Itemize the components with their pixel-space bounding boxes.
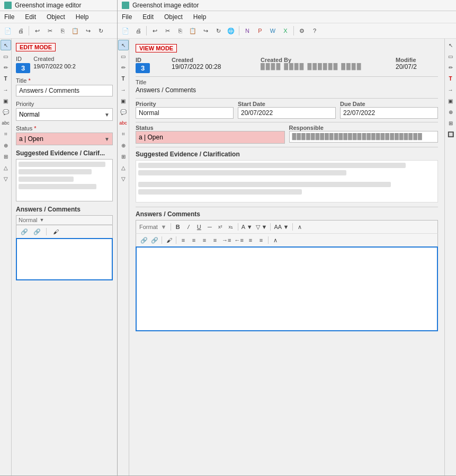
- right-rte-align-center[interactable]: ≡: [189, 235, 199, 245]
- right-tb-copy[interactable]: ⎘: [174, 25, 186, 37]
- left-tool-crop[interactable]: ⌗: [1, 129, 11, 139]
- right-tb-undo[interactable]: ↩: [149, 25, 160, 37]
- right-tb-web[interactable]: 🌐: [225, 25, 237, 37]
- right-rte-fontsize[interactable]: AA ▼: [273, 222, 290, 232]
- left-menu-file[interactable]: File: [2, 12, 16, 22]
- right-tool-text[interactable]: T: [118, 73, 129, 84]
- right-rte-indent-less[interactable]: ←≡: [233, 235, 244, 245]
- right-side-t1[interactable]: ↖: [445, 40, 456, 50]
- right-rte-paint[interactable]: 🖌: [164, 235, 174, 245]
- right-tb-onenote[interactable]: N: [242, 25, 253, 37]
- left-menu-help[interactable]: Help: [74, 12, 91, 22]
- left-paint-btn[interactable]: 🖌: [51, 227, 60, 236]
- right-rte-align-justify[interactable]: ≡: [210, 235, 220, 245]
- right-rte-underline[interactable]: U: [194, 222, 204, 232]
- right-tool-move[interactable]: ⊕: [118, 140, 129, 151]
- left-tool-text[interactable]: T: [1, 73, 11, 84]
- right-rte-expand[interactable]: ∧: [271, 235, 280, 245]
- right-rte-collapse[interactable]: ∧: [295, 222, 305, 232]
- right-side-t3[interactable]: ✏: [445, 62, 456, 73]
- left-tb-new[interactable]: 📄: [2, 25, 14, 37]
- right-rte-link[interactable]: 🔗: [139, 235, 149, 245]
- right-tb-cut[interactable]: ✂: [162, 25, 173, 37]
- right-tool-highlight[interactable]: ▣: [118, 95, 129, 106]
- right-side-t2[interactable]: ▭: [445, 51, 456, 61]
- right-side-t5[interactable]: →: [445, 84, 456, 95]
- right-tb-powerpoint[interactable]: P: [254, 25, 266, 37]
- right-side-t9[interactable]: 🔲: [445, 129, 456, 139]
- left-tool-arrow[interactable]: →: [1, 84, 11, 95]
- right-tb-new[interactable]: 📄: [120, 25, 131, 37]
- left-unlink-btn[interactable]: 🔗: [32, 227, 42, 236]
- right-tool-pen[interactable]: ✏: [118, 62, 129, 73]
- right-title-label: Title: [136, 79, 438, 85]
- left-menu-object[interactable]: Object: [44, 12, 67, 22]
- right-tool-speech[interactable]: 💬: [118, 107, 129, 117]
- left-menu-edit[interactable]: Edit: [23, 12, 38, 22]
- left-tb-undo[interactable]: ↩: [31, 25, 43, 37]
- right-tb-word[interactable]: W: [267, 25, 279, 37]
- left-tb-refresh[interactable]: ↻: [95, 25, 106, 37]
- left-tb-print[interactable]: 🖨: [15, 25, 26, 37]
- right-side-t4[interactable]: T: [445, 73, 456, 84]
- right-format-dropdown[interactable]: ▼: [159, 222, 168, 232]
- right-menu-help[interactable]: Help: [191, 12, 209, 22]
- left-tool-speech[interactable]: 💬: [1, 107, 11, 117]
- left-status-select[interactable]: a | Open ▼: [16, 133, 113, 145]
- right-side-t8[interactable]: ⊞: [445, 118, 456, 128]
- left-tb-paste[interactable]: 📋: [69, 25, 81, 37]
- right-tb-refresh[interactable]: ↻: [212, 25, 224, 37]
- right-rte-align-left[interactable]: ≡: [178, 235, 188, 245]
- left-tb-redo[interactable]: ↪: [82, 25, 94, 37]
- right-side-t6[interactable]: ▣: [445, 95, 456, 106]
- right-tb-print[interactable]: 🖨: [132, 25, 144, 37]
- right-tool-counter[interactable]: ▽: [118, 173, 129, 184]
- right-rte-list-ol[interactable]: ≡: [246, 235, 255, 245]
- right-rte-super[interactable]: x²: [216, 222, 225, 232]
- left-rte-body[interactable]: [16, 238, 113, 280]
- left-tool-highlight[interactable]: ▣: [1, 95, 11, 106]
- left-tool-move[interactable]: ⊕: [1, 140, 11, 151]
- right-tb-excel[interactable]: X: [280, 25, 291, 37]
- left-tool-blur[interactable]: ⊞: [1, 151, 11, 162]
- right-menu-edit[interactable]: Edit: [140, 12, 156, 22]
- left-tool-pen[interactable]: ✏: [1, 62, 11, 73]
- left-link-btn[interactable]: 🔗: [20, 227, 29, 236]
- left-tool-cursor[interactable]: ↖: [1, 40, 11, 50]
- right-tb-settings[interactable]: ⚙: [296, 25, 308, 37]
- right-rte-indent-more[interactable]: →≡: [221, 235, 232, 245]
- right-divider2: [136, 98, 438, 99]
- left-tb-cut[interactable]: ✂: [44, 25, 56, 37]
- right-tool-arrow[interactable]: →: [118, 84, 129, 95]
- right-rte-highlight[interactable]: ▽ ▼: [255, 222, 269, 232]
- right-tb-help[interactable]: ?: [309, 25, 320, 37]
- right-rte-sub[interactable]: x₁: [226, 222, 236, 232]
- right-tool-cursor[interactable]: ↖: [118, 40, 129, 50]
- right-menu-file[interactable]: File: [120, 12, 134, 22]
- right-tb-paste[interactable]: 📋: [187, 25, 199, 37]
- right-rte-list-ul[interactable]: ≡: [256, 235, 266, 245]
- right-tool-abc[interactable]: abc: [118, 118, 129, 128]
- right-rte-strike[interactable]: ─: [205, 222, 214, 232]
- left-tool-zoom[interactable]: △: [1, 162, 11, 173]
- right-rte-body[interactable]: [136, 246, 438, 331]
- left-tool-counter[interactable]: ▽: [1, 173, 11, 184]
- right-rte-unlink[interactable]: 🔗: [150, 235, 159, 245]
- right-menu-object[interactable]: Object: [162, 12, 185, 22]
- right-tb-redo[interactable]: ↪: [200, 25, 211, 37]
- right-tool-zoom[interactable]: △: [118, 162, 129, 173]
- right-rte-bold[interactable]: B: [173, 222, 183, 232]
- left-tool-rect[interactable]: ▭: [1, 51, 11, 61]
- right-rte-italic[interactable]: /: [184, 222, 193, 232]
- right-tool-crop[interactable]: ⌗: [118, 129, 129, 139]
- right-side-t7[interactable]: ⊕: [445, 107, 456, 117]
- right-rte-align-right[interactable]: ≡: [200, 235, 209, 245]
- left-tool-abc[interactable]: abc: [1, 118, 11, 128]
- left-title-value[interactable]: Answers / Comments: [16, 85, 113, 96]
- right-tool-rect[interactable]: ▭: [118, 51, 129, 61]
- left-tb-copy[interactable]: ⎘: [57, 25, 68, 37]
- right-tool-blur[interactable]: ⊞: [118, 151, 129, 162]
- left-format-arrow[interactable]: ▼: [39, 217, 44, 223]
- left-priority-select[interactable]: Normal ▼: [16, 108, 113, 121]
- right-rte-fontcolor[interactable]: A ▼: [240, 222, 254, 232]
